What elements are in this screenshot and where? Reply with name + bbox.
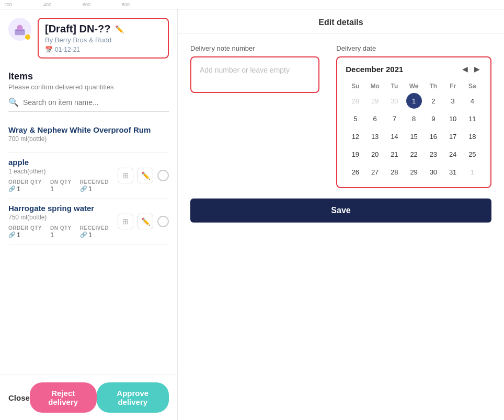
cal-day[interactable]: 14: [386, 129, 402, 144]
item-row-content: apple 1 each(other) ORDER QTY 🔗 1: [8, 158, 169, 193]
list-item: Wray & Nephew White Overproof Rum 700 ml…: [8, 120, 169, 153]
calendar-icon: 📅: [45, 46, 53, 53]
cal-day[interactable]: 28: [348, 93, 363, 109]
item-radio[interactable]: [157, 216, 169, 227]
cal-day[interactable]: 18: [464, 129, 480, 144]
cal-day[interactable]: 16: [426, 129, 441, 144]
day-header-su: Su: [346, 80, 365, 92]
edit-details-header: Edit details: [178, 9, 504, 34]
edit-item-button[interactable]: ✏️: [138, 168, 153, 183]
item-quantities: ORDER QTY 🔗 1 DN QTY 1: [8, 179, 118, 193]
cal-day[interactable]: 11: [464, 111, 480, 126]
main-area: [Draft] DN-?? ✏️ By Berry Bros & Rudd 📅 …: [0, 9, 504, 420]
cal-day[interactable]: 29: [406, 164, 422, 180]
plus-square-icon: ⊞: [122, 217, 129, 226]
cal-day[interactable]: 22: [406, 146, 422, 162]
calendar-week-5: 26 27 28 29 30 31 1: [346, 163, 482, 181]
cal-day[interactable]: 19: [348, 146, 363, 162]
cal-day[interactable]: 20: [367, 146, 383, 162]
order-qty-label: ORDER QTY: [8, 225, 42, 231]
draft-title: [Draft] DN-??: [45, 23, 111, 35]
cal-day[interactable]: 13: [367, 129, 383, 144]
plus-square-icon: ⊞: [122, 171, 129, 180]
cal-day[interactable]: 2: [426, 93, 441, 109]
cal-day[interactable]: 28: [386, 164, 402, 180]
add-note-button[interactable]: ⊞: [118, 214, 133, 229]
cal-day[interactable]: 26: [348, 164, 363, 180]
item-row-content: Harrogate spring water 750 ml(bottle) OR…: [8, 204, 169, 239]
approve-button[interactable]: Approve delivery: [97, 382, 169, 413]
calendar-section: Delivery date December 2021 ◀ ▶: [336, 44, 491, 188]
order-qty-group: ORDER QTY 🔗 1: [8, 179, 42, 193]
list-item: Harrogate spring water 750 ml(bottle) OR…: [8, 199, 169, 244]
cal-day[interactable]: 7: [386, 111, 402, 126]
received-qty-value: 🔗 1: [80, 185, 92, 193]
cal-day[interactable]: 1: [464, 164, 480, 180]
avatar-dot: [25, 34, 30, 40]
item-quantities: ORDER QTY 🔗 1 DN QTY 1: [8, 225, 118, 239]
day-header-sa: Sa: [463, 80, 482, 92]
item-actions: ⊞ ✏️: [118, 168, 169, 183]
pencil-icon: ✏️: [141, 217, 150, 226]
close-button[interactable]: Close: [8, 393, 30, 402]
order-qty-label: ORDER QTY: [8, 179, 42, 185]
avatar: [8, 18, 31, 41]
cal-day[interactable]: 5: [348, 111, 363, 126]
order-qty-value: 🔗 1: [8, 185, 20, 193]
delivery-note-placeholder: Add number or leave empty: [200, 66, 310, 74]
cal-day[interactable]: 17: [445, 129, 461, 144]
cal-day[interactable]: 30: [386, 93, 402, 109]
delivery-note-input-box[interactable]: Add number or leave empty: [190, 56, 319, 93]
item-actions: ⊞ ✏️: [118, 214, 169, 229]
cal-day[interactable]: 4: [464, 93, 480, 109]
bottom-bar: Close Reject delivery Approve delivery: [0, 375, 177, 420]
day-header-tu: Tu: [385, 80, 404, 92]
item-name: Harrogate spring water: [8, 204, 118, 213]
items-section: Items Please confirm delivered quantitie…: [0, 65, 177, 375]
day-header-we: We: [404, 80, 423, 92]
calendar-prev-button[interactable]: ◀: [460, 64, 470, 74]
cal-day[interactable]: 6: [367, 111, 383, 126]
items-title: Items: [8, 71, 169, 82]
received-qty-group: RECEIVED 🔗 1: [80, 179, 109, 193]
calendar-next-button[interactable]: ▶: [472, 64, 482, 74]
cal-day[interactable]: 15: [406, 129, 422, 144]
received-label: RECEIVED: [80, 179, 109, 185]
received-qty-value: 🔗 1: [80, 231, 92, 239]
link-icon: 🔗: [8, 231, 16, 238]
edit-title-icon[interactable]: ✏️: [115, 25, 124, 33]
edit-item-button[interactable]: ✏️: [138, 214, 153, 229]
add-note-button[interactable]: ⊞: [118, 168, 133, 183]
item-radio[interactable]: [157, 170, 169, 181]
cal-day[interactable]: 10: [445, 111, 461, 126]
reject-button[interactable]: Reject delivery: [30, 382, 97, 413]
draft-title-row: [Draft] DN-?? ✏️: [45, 23, 162, 35]
search-input[interactable]: [23, 98, 169, 107]
header-card: [Draft] DN-?? ✏️ By Berry Bros & Rudd 📅 …: [0, 9, 177, 65]
save-button[interactable]: Save: [190, 199, 491, 223]
calendar-header: December 2021 ◀ ▶: [346, 64, 482, 74]
cal-day[interactable]: 31: [445, 164, 461, 180]
calendar-week-1: 28 29 30 1 2 3 4: [346, 92, 482, 110]
cal-day-selected[interactable]: 1: [406, 93, 422, 109]
cal-day[interactable]: 9: [426, 111, 441, 126]
cal-day[interactable]: 29: [367, 93, 383, 109]
cal-day[interactable]: 8: [406, 111, 422, 126]
list-item: apple 1 each(other) ORDER QTY 🔗 1: [8, 153, 169, 199]
cal-day[interactable]: 30: [426, 164, 441, 180]
cal-day[interactable]: 23: [426, 146, 441, 162]
cal-day[interactable]: 12: [348, 129, 363, 144]
calendar-day-headers: Su Mo Tu We Th Fr Sa: [346, 80, 482, 92]
dn-qty-value: 1: [50, 231, 54, 239]
cal-day[interactable]: 3: [445, 93, 461, 109]
cal-day[interactable]: 25: [464, 146, 480, 162]
dn-qty-group: DN QTY 1: [50, 225, 72, 239]
page-wrapper: 200 400 600 800 [Draft] DN-??: [0, 0, 504, 420]
cal-day[interactable]: 21: [386, 146, 402, 162]
cal-day[interactable]: 24: [445, 146, 461, 162]
dn-qty-label: DN QTY: [50, 179, 72, 185]
received-label: RECEIVED: [80, 225, 109, 231]
left-panel: [Draft] DN-?? ✏️ By Berry Bros & Rudd 📅 …: [0, 9, 178, 420]
cal-day[interactable]: 27: [367, 164, 383, 180]
dn-qty-value: 1: [50, 185, 54, 193]
